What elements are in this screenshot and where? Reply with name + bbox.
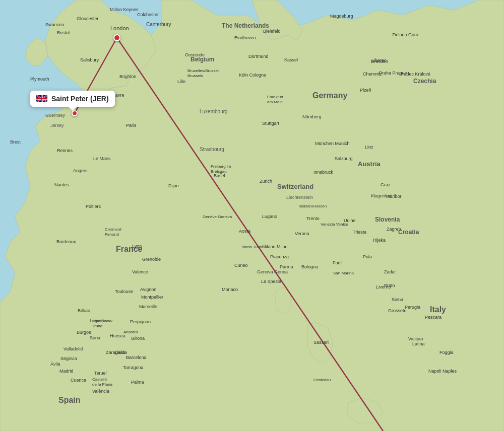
svg-text:Innsbruck: Innsbruck bbox=[313, 170, 334, 175]
svg-text:Zielona Góra: Zielona Góra bbox=[392, 32, 418, 37]
svg-text:Tarragona: Tarragona bbox=[123, 365, 144, 370]
svg-text:Aosta: Aosta bbox=[239, 229, 250, 234]
svg-text:Verona: Verona bbox=[295, 231, 309, 236]
svg-text:Gloucester: Gloucester bbox=[77, 16, 99, 21]
svg-text:de la Plana: de la Plana bbox=[92, 382, 113, 387]
svg-text:Latina: Latina bbox=[412, 341, 425, 346]
svg-text:La Spezia: La Spezia bbox=[261, 279, 281, 284]
svg-text:Brest: Brest bbox=[10, 139, 21, 145]
svg-text:Spain: Spain bbox=[58, 396, 81, 404]
svg-text:Parma: Parma bbox=[280, 264, 293, 269]
svg-text:Zaragoza: Zaragoza bbox=[106, 350, 125, 355]
svg-text:Bielefeld: Bielefeld bbox=[263, 29, 281, 34]
svg-text:Austria: Austria bbox=[358, 160, 381, 168]
svg-text:San Marino: San Marino bbox=[333, 271, 354, 275]
svg-text:Graz: Graz bbox=[381, 182, 391, 187]
svg-text:Sassari: Sassari bbox=[313, 340, 329, 345]
uk-flag-icon bbox=[36, 95, 47, 102]
svg-text:Grenoble: Grenoble bbox=[142, 257, 161, 262]
svg-text:Lyon: Lyon bbox=[132, 244, 142, 249]
svg-text:Liechtenstein: Liechtenstein bbox=[286, 195, 313, 200]
svg-text:Valence: Valence bbox=[132, 269, 148, 274]
svg-text:Poitiers: Poitiers bbox=[86, 204, 101, 209]
svg-text:Brussels: Brussels bbox=[187, 74, 203, 78]
svg-text:Bordeaux: Bordeaux bbox=[56, 239, 76, 244]
svg-text:Genève Geneva: Genève Geneva bbox=[203, 214, 232, 219]
svg-text:Grosseto: Grosseto bbox=[388, 308, 407, 313]
svg-text:Nürnberg: Nürnberg bbox=[302, 114, 322, 119]
svg-text:Palma: Palma bbox=[131, 380, 144, 385]
svg-text:Paris: Paris bbox=[126, 123, 137, 128]
saint-peter-popup: Saint Peter (JER) bbox=[30, 91, 115, 107]
svg-text:Monaco: Monaco bbox=[222, 287, 238, 292]
svg-text:Genova Genoa: Genova Genoa bbox=[257, 269, 288, 274]
svg-text:Colchester: Colchester bbox=[137, 12, 159, 17]
svg-text:Milton Keynes: Milton Keynes bbox=[110, 7, 139, 12]
svg-text:Plymouth: Plymouth bbox=[30, 77, 49, 82]
svg-text:Salzburg: Salzburg bbox=[335, 156, 353, 161]
svg-text:Cuneo: Cuneo bbox=[234, 263, 248, 268]
svg-text:Rennes: Rennes bbox=[57, 148, 73, 153]
svg-text:Lille: Lille bbox=[177, 79, 185, 84]
svg-text:Dortmund: Dortmund bbox=[248, 54, 269, 59]
svg-text:Strasbourg: Strasbourg bbox=[200, 147, 224, 152]
svg-text:Castelló: Castelló bbox=[92, 377, 107, 382]
svg-text:am Main: am Main bbox=[267, 100, 283, 104]
svg-text:Bilbao: Bilbao bbox=[78, 308, 90, 313]
svg-text:Freiburg im: Freiburg im bbox=[211, 164, 231, 169]
svg-text:Croatia: Croatia bbox=[398, 229, 419, 236]
svg-text:Slovenia: Slovenia bbox=[375, 216, 400, 223]
svg-text:Andorra: Andorra bbox=[123, 330, 138, 334]
svg-text:München Munich: München Munich bbox=[315, 141, 350, 146]
svg-text:Marseille: Marseille bbox=[139, 304, 157, 309]
svg-text:Basel: Basel bbox=[214, 173, 225, 178]
map-svg: Germany Spain France Switzerland Liechte… bbox=[0, 0, 504, 431]
svg-text:Lugano: Lugano bbox=[262, 214, 277, 219]
svg-text:Montpellier: Montpellier bbox=[141, 295, 163, 300]
svg-text:Zürich: Zürich bbox=[260, 179, 272, 184]
jersey-marker bbox=[72, 110, 78, 116]
london-marker bbox=[113, 34, 120, 41]
svg-text:Pamplona/: Pamplona/ bbox=[93, 319, 113, 323]
svg-text:Linz: Linz bbox=[365, 145, 373, 150]
svg-text:Clermont-: Clermont- bbox=[105, 227, 122, 232]
svg-text:Casteddu: Casteddu bbox=[313, 378, 331, 382]
svg-text:Bologna: Bologna bbox=[301, 264, 318, 269]
svg-text:Barcelona: Barcelona bbox=[126, 355, 147, 360]
svg-text:Foggia: Foggia bbox=[439, 350, 454, 355]
svg-text:Soria: Soria bbox=[90, 335, 100, 340]
svg-text:Iruña: Iruña bbox=[93, 324, 103, 328]
svg-text:Cuenca: Cuenca bbox=[71, 378, 86, 383]
svg-text:Milano Milan: Milano Milan bbox=[262, 244, 288, 249]
svg-text:Oostende: Oostende bbox=[185, 52, 205, 57]
svg-text:Canterbury: Canterbury bbox=[146, 22, 171, 27]
svg-text:Piacenza: Piacenza bbox=[270, 254, 289, 259]
svg-text:Teruel: Teruel bbox=[94, 371, 107, 376]
svg-text:Udine: Udine bbox=[344, 218, 356, 223]
svg-text:Segovia: Segovia bbox=[60, 356, 77, 361]
svg-text:Dresden: Dresden bbox=[371, 59, 388, 64]
svg-text:Köln Cologne: Köln Cologne bbox=[239, 73, 266, 78]
svg-text:Ferrand: Ferrand bbox=[105, 232, 119, 237]
map-container: Germany Spain France Switzerland Liechte… bbox=[0, 0, 504, 431]
svg-text:Pula: Pula bbox=[363, 254, 372, 259]
svg-text:Zadar: Zadar bbox=[384, 269, 396, 274]
svg-text:Perugia: Perugia bbox=[405, 305, 420, 310]
svg-text:Bristol: Bristol bbox=[57, 30, 70, 35]
svg-text:Trento: Trento bbox=[306, 216, 320, 221]
svg-text:Czechia: Czechia bbox=[413, 78, 436, 85]
svg-text:Kassel: Kassel bbox=[284, 57, 298, 62]
svg-text:Girona: Girona bbox=[131, 336, 145, 341]
svg-text:Brighton: Brighton bbox=[119, 74, 137, 79]
svg-text:Trieste: Trieste bbox=[353, 230, 366, 235]
svg-text:Swansea: Swansea bbox=[45, 22, 64, 27]
svg-text:Nantes: Nantes bbox=[54, 182, 69, 187]
svg-text:Switzerland: Switzerland bbox=[277, 183, 313, 190]
svg-text:Magdeburg: Magdeburg bbox=[330, 14, 353, 19]
svg-text:Maribor: Maribor bbox=[386, 194, 402, 199]
svg-text:Madrid: Madrid bbox=[59, 369, 74, 374]
svg-text:Burgos: Burgos bbox=[77, 330, 91, 335]
svg-text:Bruxelles/Brussel: Bruxelles/Brussel bbox=[187, 68, 219, 73]
svg-text:Vatican: Vatican bbox=[408, 336, 423, 341]
svg-text:Praha Prague: Praha Prague bbox=[379, 70, 407, 76]
